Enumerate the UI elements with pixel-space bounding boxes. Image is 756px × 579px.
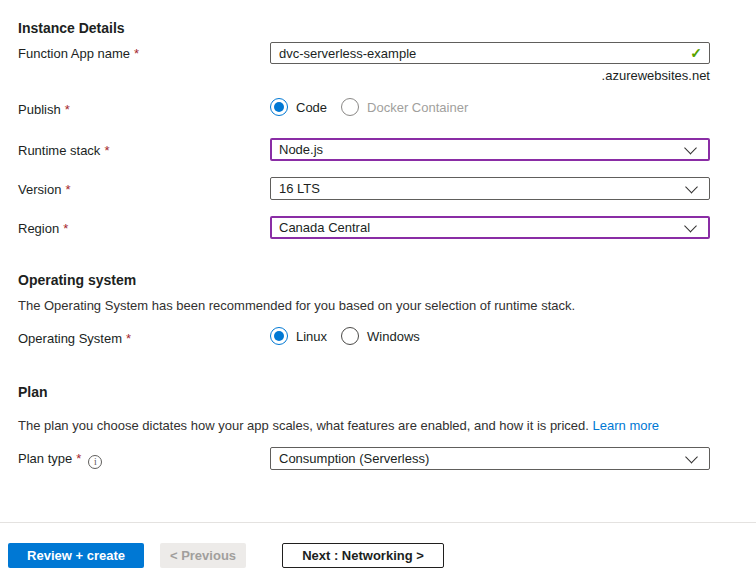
operating-system-description: The Operating System has been recommende… xyxy=(18,298,575,313)
region-select[interactable]: Canada Central xyxy=(270,216,710,239)
plan-description: The plan you choose dictates how your ap… xyxy=(18,418,659,433)
radio-code-label: Code xyxy=(296,100,327,115)
section-title-operating-system: Operating system xyxy=(18,272,136,288)
radio-docker-container[interactable]: Docker Container xyxy=(341,98,468,116)
function-app-name-input[interactable] xyxy=(270,42,710,64)
learn-more-link[interactable]: Learn more xyxy=(593,418,659,433)
review-create-button[interactable]: Review + create xyxy=(8,543,144,568)
operating-system-radio-group: Linux Windows xyxy=(270,327,710,345)
footer-divider xyxy=(0,522,756,523)
function-app-name-label: Function App name* xyxy=(18,46,139,61)
section-title-plan: Plan xyxy=(18,384,48,400)
function-app-name-field: ✓ xyxy=(270,42,710,64)
radio-linux-label: Linux xyxy=(296,329,327,344)
next-networking-button[interactable]: Next : Networking > xyxy=(282,543,444,568)
runtime-stack-value: Node.js xyxy=(279,142,323,157)
chevron-down-icon xyxy=(685,180,698,193)
radio-unselected-icon xyxy=(341,327,359,345)
runtime-stack-select[interactable]: Node.js xyxy=(270,138,710,161)
radio-unselected-icon xyxy=(341,98,359,116)
radio-code[interactable]: Code xyxy=(270,98,327,116)
chevron-down-icon xyxy=(684,219,697,232)
version-select[interactable]: 16 LTS xyxy=(270,177,710,200)
domain-suffix-label: .azurewebsites.net xyxy=(270,68,710,83)
valid-check-icon: ✓ xyxy=(690,45,702,61)
radio-linux[interactable]: Linux xyxy=(270,327,327,345)
required-asterisk: * xyxy=(134,46,139,61)
required-asterisk: * xyxy=(65,102,70,117)
info-icon[interactable]: i xyxy=(88,455,102,469)
publish-label: Publish* xyxy=(18,102,70,117)
version-label: Version* xyxy=(18,182,70,197)
plan-type-label: Plan type*i xyxy=(18,451,102,469)
required-asterisk: * xyxy=(65,182,70,197)
operating-system-label: Operating System* xyxy=(18,331,131,346)
chevron-down-icon xyxy=(685,450,698,463)
required-asterisk: * xyxy=(63,221,68,236)
required-asterisk: * xyxy=(126,331,131,346)
radio-selected-icon xyxy=(270,327,288,345)
region-label: Region* xyxy=(18,221,68,236)
radio-windows[interactable]: Windows xyxy=(341,327,420,345)
runtime-stack-label: Runtime stack* xyxy=(18,143,109,158)
region-value: Canada Central xyxy=(279,220,370,235)
version-value: 16 LTS xyxy=(279,181,320,196)
section-title-instance-details: Instance Details xyxy=(18,20,125,36)
plan-type-select[interactable]: Consumption (Serverless) xyxy=(270,447,710,470)
previous-button[interactable]: < Previous xyxy=(160,543,246,568)
chevron-down-icon xyxy=(684,141,697,154)
radio-selected-icon xyxy=(270,98,288,116)
required-asterisk: * xyxy=(104,143,109,158)
radio-windows-label: Windows xyxy=(367,329,420,344)
publish-radio-group: Code Docker Container xyxy=(270,98,710,116)
plan-type-value: Consumption (Serverless) xyxy=(279,451,429,466)
required-asterisk: * xyxy=(76,451,81,466)
radio-docker-container-label: Docker Container xyxy=(367,100,468,115)
